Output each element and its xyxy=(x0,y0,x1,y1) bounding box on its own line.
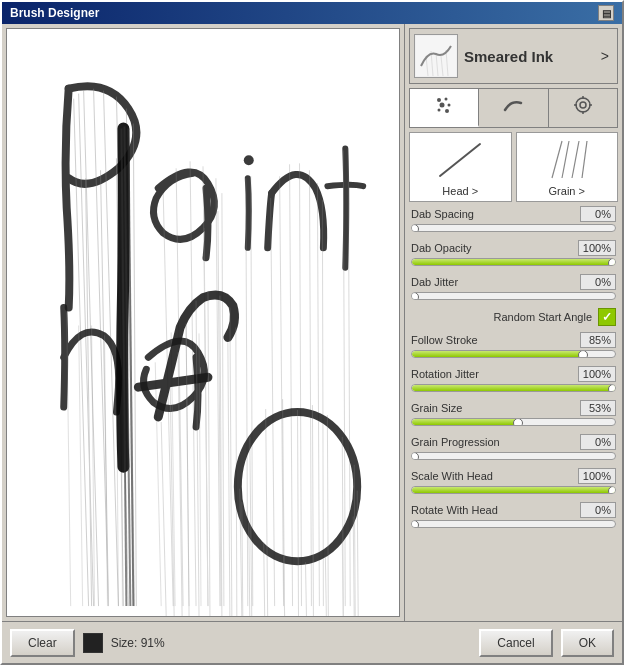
dab-opacity-track[interactable] xyxy=(411,258,616,266)
rotate-with-head-track[interactable] xyxy=(411,520,616,528)
follow-stroke-track[interactable] xyxy=(411,350,616,358)
scale-with-head-row: Scale With Head 100% xyxy=(409,468,618,494)
rotate-with-head-label: Rotate With Head xyxy=(411,504,498,516)
rotation-jitter-label: Rotation Jitter xyxy=(411,368,479,380)
head-option[interactable]: Head > xyxy=(409,132,512,202)
rotate-with-head-value[interactable]: 0% xyxy=(580,502,616,518)
follow-stroke-value[interactable]: 85% xyxy=(580,332,616,348)
brush-header: Smeared Ink > xyxy=(409,28,618,84)
random-start-angle-row: Random Start Angle ✓ xyxy=(409,308,618,326)
scale-with-head-track[interactable] xyxy=(411,486,616,494)
main-content: Smeared Ink > xyxy=(2,24,622,621)
canvas-preview xyxy=(7,29,399,616)
title-bar-icon[interactable]: ▤ xyxy=(598,5,614,21)
dab-spacing-row: Dab Spacing 0% xyxy=(409,206,618,232)
svg-point-82 xyxy=(445,98,448,101)
brush-name: Smeared Ink xyxy=(464,48,597,65)
scale-with-head-label: Scale With Head xyxy=(411,470,493,482)
svg-point-86 xyxy=(445,109,449,113)
head-option-label: Head > xyxy=(442,185,478,197)
random-start-angle-checkbox[interactable]: ✓ xyxy=(598,308,616,326)
canvas-panel[interactable] xyxy=(6,28,400,617)
dab-jitter-track[interactable] xyxy=(411,292,616,300)
brush-next-arrow[interactable]: > xyxy=(597,46,613,66)
tab-settings[interactable] xyxy=(549,89,617,127)
svg-point-85 xyxy=(438,109,441,112)
grain-progression-value[interactable]: 0% xyxy=(580,434,616,450)
color-swatch[interactable] xyxy=(83,633,103,653)
scale-with-head-value[interactable]: 100% xyxy=(578,468,616,484)
dab-opacity-value[interactable]: 100% xyxy=(578,240,616,256)
svg-line-94 xyxy=(552,141,562,178)
rotation-jitter-row: Rotation Jitter 100% xyxy=(409,366,618,392)
window-title: Brush Designer xyxy=(10,6,99,20)
dab-spacing-label: Dab Spacing xyxy=(411,208,474,220)
cancel-button[interactable]: Cancel xyxy=(479,629,552,657)
dab-jitter-value[interactable]: 0% xyxy=(580,274,616,290)
dab-opacity-label: Dab Opacity xyxy=(411,242,472,254)
dab-jitter-label: Dab Jitter xyxy=(411,276,458,288)
svg-rect-75 xyxy=(416,36,456,76)
follow-stroke-label: Follow Stroke xyxy=(411,334,478,346)
random-start-angle-label: Random Start Angle xyxy=(494,311,592,323)
grain-size-label: Grain Size xyxy=(411,402,462,414)
svg-point-88 xyxy=(576,98,590,112)
rotation-jitter-track[interactable] xyxy=(411,384,616,392)
bottom-bar: Clear Size: 91% Cancel OK xyxy=(2,621,622,663)
svg-point-83 xyxy=(440,103,445,108)
tab-dabs[interactable] xyxy=(410,89,479,127)
svg-point-84 xyxy=(448,104,451,107)
svg-line-95 xyxy=(562,141,569,178)
svg-point-21 xyxy=(244,155,254,165)
sliders-section: Dab Spacing 0% Dab Opacity 100% xyxy=(409,206,618,617)
size-label: Size: 91% xyxy=(111,636,165,650)
brush-thumbnail[interactable] xyxy=(414,34,458,78)
grain-size-track[interactable] xyxy=(411,418,616,426)
grain-progression-row: Grain Progression 0% xyxy=(409,434,618,460)
tab-bar xyxy=(409,88,618,128)
dab-jitter-row: Dab Jitter 0% xyxy=(409,274,618,300)
grain-size-value[interactable]: 53% xyxy=(580,400,616,416)
svg-point-87 xyxy=(580,102,586,108)
clear-button[interactable]: Clear xyxy=(10,629,75,657)
ok-button[interactable]: OK xyxy=(561,629,614,657)
svg-point-81 xyxy=(437,98,441,102)
svg-line-97 xyxy=(582,141,587,178)
grain-option-label: Grain > xyxy=(549,185,585,197)
grain-option[interactable]: Grain > xyxy=(516,132,619,202)
dab-opacity-row: Dab Opacity 100% xyxy=(409,240,618,266)
brush-designer-window: Brush Designer ▤ xyxy=(0,0,624,665)
stroke-selectors: Head > Grain > xyxy=(409,132,618,202)
svg-line-93 xyxy=(440,144,480,176)
grain-size-row: Grain Size 53% xyxy=(409,400,618,426)
grain-progression-track[interactable] xyxy=(411,452,616,460)
svg-line-96 xyxy=(572,141,579,178)
title-bar: Brush Designer ▤ xyxy=(2,2,622,24)
dab-spacing-track[interactable] xyxy=(411,224,616,232)
grain-progression-label: Grain Progression xyxy=(411,436,500,448)
dab-spacing-value[interactable]: 0% xyxy=(580,206,616,222)
rotation-jitter-value[interactable]: 100% xyxy=(578,366,616,382)
follow-stroke-row: Follow Stroke 85% xyxy=(409,332,618,358)
rotate-with-head-row: Rotate With Head 0% xyxy=(409,502,618,528)
right-panel: Smeared Ink > xyxy=(404,24,622,621)
tab-stroke[interactable] xyxy=(479,89,548,127)
